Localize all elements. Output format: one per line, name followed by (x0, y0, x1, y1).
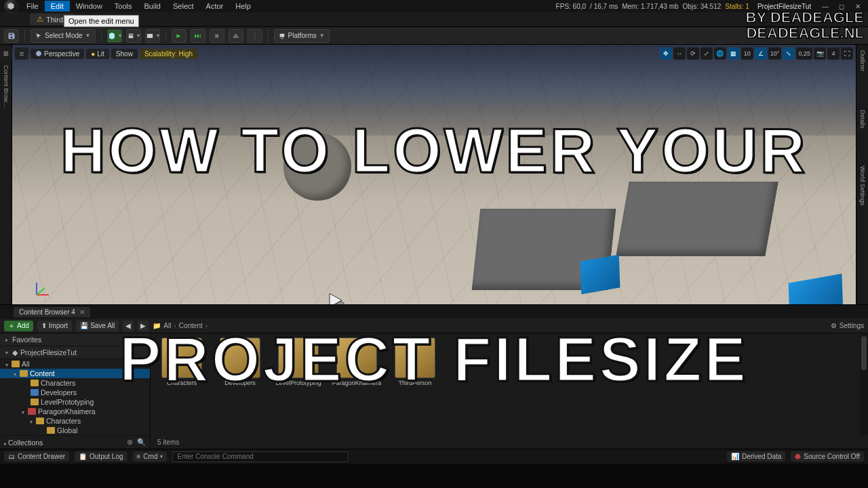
rail-content-browser[interactable]: Content Brow… (3, 62, 9, 111)
overlay-title-line2: PROJECT FILESIZE (119, 324, 749, 395)
add-button[interactable]: ＋ Add (4, 321, 33, 331)
play-options-button[interactable]: ⋮ (248, 29, 262, 43)
menu-bar: FileEditWindowToolsBuildSelectActorHelp … (0, 0, 868, 12)
tree-item[interactable]: Characters (0, 416, 150, 426)
menu-edit[interactable]: Edit (45, 1, 70, 12)
camera-speed-value[interactable]: 4 (827, 47, 840, 60)
ue-logo[interactable] (4, 0, 18, 13)
grid-snap-value[interactable]: 10 (741, 47, 753, 60)
import-button[interactable]: ⬆ Import (37, 321, 72, 331)
angle-snap-icon[interactable]: ∠ (755, 47, 767, 60)
folder-icon (12, 361, 20, 367)
watermark: BY DEADEAGLE DEADEAGLE.NL (746, 9, 864, 41)
viewport-controls-right: ✥ ↔ ⟳ ⤢ 🌐 ▦ 10 ∠ 10° ⤡ 0,25 📷 4 ⛶ (660, 47, 853, 60)
viewport-menu-icon[interactable]: ≡ (15, 47, 28, 60)
coord-space-icon[interactable]: 🌐 (714, 47, 726, 60)
add-collection-icon[interactable]: ⊕ (127, 438, 133, 447)
transform-move-icon[interactable]: ↔ (673, 47, 686, 60)
overlay-title-line1: HOW TO LOWER YOUR (60, 115, 808, 186)
show-button[interactable]: Show (111, 49, 138, 59)
cmd-button[interactable]: ≡ Cmd ▾ (133, 451, 167, 462)
folder-icon (36, 418, 44, 424)
scalability-button[interactable]: Scalability: High (140, 49, 197, 59)
menu-tooltip: Open the edit menu (64, 15, 139, 27)
output-log-button[interactable]: 📋 Output Log (75, 451, 127, 462)
save-button[interactable] (4, 29, 19, 43)
viewport-controls-left: ≡ Perspective ●Lit Show Scalability: Hig… (15, 47, 197, 60)
rail-outliner[interactable]: Outliner (859, 47, 866, 75)
folder-icon (28, 408, 36, 415)
right-rail: Outliner Details World Settings (856, 45, 868, 304)
close-icon[interactable]: ✕ (79, 308, 85, 316)
tree-item[interactable]: Global (0, 426, 150, 435)
menu-select[interactable]: Select (167, 1, 200, 12)
settings-button[interactable]: ⚙ Settings (831, 322, 864, 329)
folder-icon (31, 380, 39, 386)
ue-mini-icon: ◆ (12, 348, 18, 357)
menu-window[interactable]: Window (70, 1, 108, 12)
cinematics-button[interactable]: ▾ (145, 29, 160, 43)
stat-fps: FPS: 60,0 (556, 3, 586, 10)
player-start-gizmo[interactable] (327, 292, 346, 304)
gear-icon: ⚙ (831, 322, 837, 329)
add-content-button[interactable]: ▾ (107, 29, 122, 43)
folder-icon (20, 370, 28, 377)
main-toolbar: Select Mode ▼ ▾ ▾ ▾ ► ⏭ ■ ⏏ ⋮ Platforms … (0, 27, 868, 45)
folder-icon (31, 399, 39, 405)
content-drawer-button[interactable]: 🗂 Content Drawer (4, 451, 69, 462)
warning-icon: ⚠ (37, 15, 43, 24)
perspective-button[interactable]: Perspective (31, 49, 84, 59)
stat-ms: / 16,7 ms (590, 3, 618, 10)
transform-scale-icon[interactable]: ⤢ (701, 47, 713, 60)
marketplace-button[interactable]: ▾ (126, 29, 141, 43)
scale-snap-icon[interactable]: ⤡ (783, 47, 795, 60)
svg-line-4 (37, 288, 45, 295)
stop-button[interactable]: ■ (210, 29, 224, 43)
play-button[interactable]: ► (172, 29, 186, 43)
transform-rotate-icon[interactable]: ⟳ (687, 47, 699, 60)
asset-count: 5 items (157, 439, 179, 446)
grid-snap-icon[interactable]: ▦ (728, 47, 740, 60)
rail-details[interactable]: Details (859, 107, 866, 131)
platforms-label: Platforms (288, 32, 317, 39)
platforms-button[interactable]: Platforms ▼ (274, 29, 330, 43)
console-input[interactable] (172, 451, 349, 462)
menu-actor[interactable]: Actor (200, 1, 230, 12)
rail-dock-icon[interactable]: ⊞ (0, 47, 13, 60)
transform-select-icon[interactable]: ✥ (660, 47, 672, 60)
menu-file[interactable]: File (20, 1, 45, 12)
stat-mem: Mem: 1.717,43 mb (622, 3, 678, 10)
collections-section[interactable]: Collections (4, 439, 43, 447)
menu-tools[interactable]: Tools (108, 1, 138, 12)
status-bar: 🗂 Content Drawer 📋 Output Log ≡ Cmd ▾ 📊 … (0, 449, 868, 464)
tree-item[interactable]: ParagonKhaimera (0, 407, 150, 416)
eject-button[interactable]: ⏏ (229, 29, 243, 43)
select-mode-label: Select Mode (45, 32, 83, 39)
scale-snap-value[interactable]: 0,25 (796, 47, 812, 60)
lit-button[interactable]: ●Lit (86, 49, 109, 59)
axis-gizmo (33, 279, 53, 299)
viewport-max-icon[interactable]: ⛶ (841, 47, 853, 60)
camera-speed-icon[interactable]: 📷 (814, 47, 826, 60)
source-control-button[interactable]: ⬣ Source Control Off (791, 451, 864, 462)
chevron-down-icon: ▼ (85, 33, 91, 39)
folder-icon (47, 427, 55, 434)
menu-help[interactable]: Help (229, 1, 257, 12)
content-browser-tab[interactable]: Content Browser 4 ✕ (14, 307, 90, 317)
scrollbar[interactable] (860, 333, 868, 435)
stat-objs: Objs: 34.512 (683, 3, 722, 10)
left-rail: ⊞ Content Brow… (0, 45, 12, 304)
rail-world-settings[interactable]: World Settings (859, 163, 866, 208)
save-all-button[interactable]: 💾 Save All (76, 321, 119, 331)
angle-snap-value[interactable]: 10° (768, 47, 782, 60)
step-button[interactable]: ⏭ (191, 29, 205, 43)
select-mode-button[interactable]: Select Mode ▼ (31, 29, 96, 43)
folder-icon (31, 389, 39, 396)
tree-item[interactable]: LevelPrototyping (0, 397, 150, 407)
search-icon[interactable]: 🔍 (137, 438, 146, 447)
derived-data-button[interactable]: 📊 Derived Data (727, 451, 785, 462)
scene-cube (580, 255, 620, 295)
footer-strip (0, 464, 868, 488)
menu-build[interactable]: Build (138, 1, 167, 12)
